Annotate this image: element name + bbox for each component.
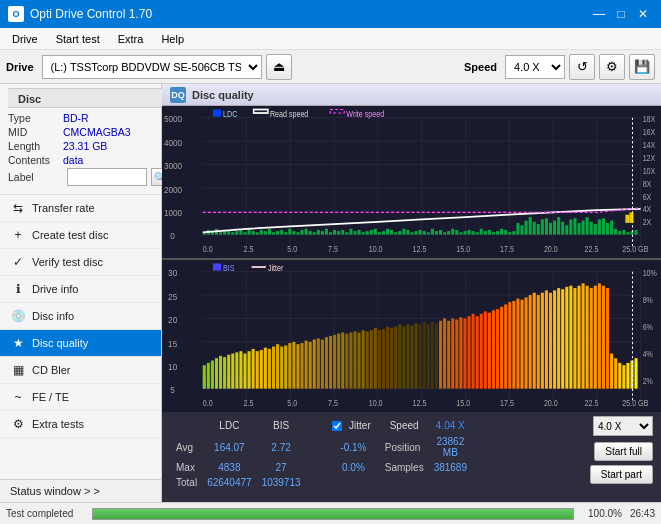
svg-rect-69 [309, 231, 312, 235]
svg-rect-284 [504, 304, 507, 388]
menu-extra[interactable]: Extra [110, 31, 152, 47]
svg-rect-221 [248, 351, 251, 388]
eject-button[interactable]: ⏏ [266, 54, 292, 80]
minimize-button[interactable]: — [589, 4, 609, 24]
total-bis: 1039713 [258, 476, 305, 489]
svg-rect-68 [305, 229, 308, 235]
sidebar-item-fe-te[interactable]: ~ FE / TE [0, 384, 161, 411]
svg-rect-256 [390, 328, 393, 389]
disc-label-input[interactable] [67, 168, 147, 186]
max-jitter: 0.0% [328, 461, 379, 474]
svg-rect-229 [280, 347, 283, 389]
svg-rect-66 [296, 232, 299, 234]
sidebar-item-disc-info[interactable]: 💿 Disc info [0, 303, 161, 330]
nav-list: ⇆ Transfer rate + Create test disc ✓ Ver… [0, 195, 161, 438]
svg-rect-90 [394, 232, 397, 234]
svg-text:4X: 4X [643, 205, 652, 215]
svg-rect-312 [618, 363, 621, 389]
disc-mid-value: CMCMAGBA3 [63, 126, 131, 138]
svg-rect-304 [586, 286, 589, 389]
svg-rect-228 [276, 344, 279, 388]
svg-rect-135 [577, 223, 580, 235]
jitter-checkbox[interactable] [332, 421, 342, 431]
svg-rect-231 [288, 343, 291, 389]
svg-rect-157 [625, 215, 629, 223]
svg-rect-280 [488, 313, 491, 389]
svg-rect-232 [292, 342, 295, 389]
svg-text:22.5: 22.5 [585, 245, 599, 255]
sidebar-item-create-test-disc[interactable]: + Create test disc [0, 222, 161, 249]
svg-rect-212 [211, 361, 214, 389]
svg-rect-92 [402, 229, 405, 235]
status-bar: Test completed 100.0% 26:43 [0, 502, 661, 524]
disc-type-row: Type BD-R [8, 112, 169, 124]
svg-rect-137 [586, 217, 589, 235]
svg-rect-87 [382, 231, 385, 235]
verify-test-disc-icon: ✓ [10, 254, 26, 270]
svg-rect-318 [213, 264, 221, 271]
drive-select[interactable]: (L:) TSSTcorp BDDVDW SE-506CB TS02 [42, 55, 262, 79]
sidebar-item-verify-test-disc[interactable]: ✓ Verify test disc [0, 249, 161, 276]
max-label: Max [172, 461, 201, 474]
svg-rect-97 [423, 231, 426, 235]
fe-te-icon: ~ [10, 389, 26, 405]
svg-text:10.0: 10.0 [369, 399, 383, 409]
sidebar-item-label-transfer-rate: Transfer rate [32, 202, 95, 214]
svg-rect-119 [512, 231, 515, 235]
max-bis: 27 [258, 461, 305, 474]
sidebar-item-label-drive-info: Drive info [32, 283, 78, 295]
sidebar-item-label-fe-te: FE / TE [32, 391, 69, 403]
stats-panel: LDC BIS Jitter Speed 4.04 X Avg 164.07 [162, 412, 661, 502]
sidebar-item-drive-info[interactable]: ℹ Drive info [0, 276, 161, 303]
svg-rect-109 [472, 231, 475, 235]
svg-rect-79 [349, 229, 352, 235]
start-full-button[interactable]: Start full [594, 442, 653, 461]
svg-rect-146 [622, 230, 625, 235]
svg-rect-213 [215, 358, 218, 388]
svg-rect-54 [248, 229, 251, 235]
close-button[interactable]: ✕ [633, 4, 653, 24]
svg-text:0: 0 [170, 231, 175, 242]
svg-rect-115 [496, 231, 499, 235]
svg-rect-47 [219, 232, 222, 234]
speed-select[interactable]: 4.0 X [505, 55, 565, 79]
menu-help[interactable]: Help [153, 31, 192, 47]
position-label: Position [381, 435, 428, 459]
disc-contents-label: Contents [8, 154, 63, 166]
sidebar-item-cd-bler[interactable]: ▦ CD Bler [0, 357, 161, 384]
save-button[interactable]: 💾 [629, 54, 655, 80]
status-window-label: Status window > > [10, 485, 100, 497]
sidebar-item-extra-tests[interactable]: ⚙ Extra tests [0, 411, 161, 438]
svg-rect-249 [362, 330, 365, 388]
status-window-button[interactable]: Status window > > [0, 479, 161, 502]
progress-text: 100.0% [582, 508, 622, 519]
svg-text:14X: 14X [643, 141, 656, 151]
svg-text:8%: 8% [643, 296, 653, 306]
disc-contents-row: Contents data [8, 154, 169, 166]
disc-label-label: Label [8, 171, 63, 183]
maximize-button[interactable]: □ [611, 4, 631, 24]
svg-rect-281 [492, 310, 495, 388]
svg-rect-277 [476, 316, 479, 388]
menu-start-test[interactable]: Start test [48, 31, 108, 47]
svg-rect-238 [317, 338, 320, 388]
menu-drive[interactable]: Drive [4, 31, 46, 47]
drive-info-icon: ℹ [10, 281, 26, 297]
speed-dropdown[interactable]: 4.0 X [593, 416, 653, 436]
svg-rect-283 [500, 307, 503, 389]
disc-type-value: BD-R [63, 112, 89, 124]
svg-text:8X: 8X [643, 179, 652, 189]
svg-rect-225 [264, 348, 267, 389]
svg-rect-50 [231, 232, 234, 234]
sidebar-item-label-verify-test-disc: Verify test disc [32, 256, 103, 268]
svg-rect-82 [362, 232, 365, 234]
sidebar-item-transfer-rate[interactable]: ⇆ Transfer rate [0, 195, 161, 222]
sidebar-item-disc-quality[interactable]: ★ Disc quality [0, 330, 161, 357]
refresh-button[interactable]: ↺ [569, 54, 595, 80]
svg-rect-234 [300, 343, 303, 389]
svg-rect-108 [468, 230, 471, 235]
start-part-button[interactable]: Start part [590, 465, 653, 484]
settings-button[interactable]: ⚙ [599, 54, 625, 80]
stats-speed-val: 4.04 X [430, 418, 471, 433]
svg-rect-142 [606, 223, 609, 235]
